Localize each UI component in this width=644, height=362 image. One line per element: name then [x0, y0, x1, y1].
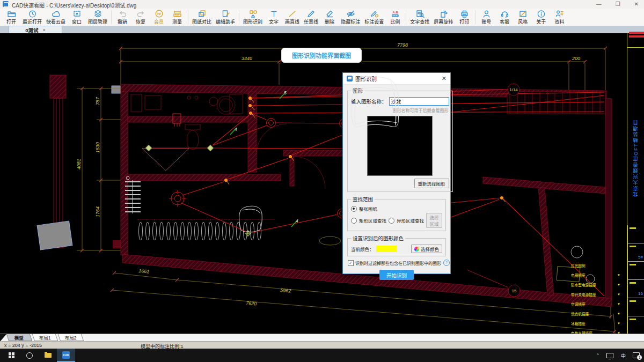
- svg-text:VIP: VIP: [157, 13, 160, 16]
- toolbar-button-compare[interactable]: 图纸对比: [190, 9, 214, 26]
- tab-layout1[interactable]: 布局1: [32, 334, 58, 341]
- toolbar-button-layers[interactable]: 图层管理: [86, 9, 109, 26]
- toolbar-label: 客服: [500, 18, 509, 25]
- tab-model[interactable]: 模型: [6, 334, 32, 341]
- color-wheel-icon: [414, 247, 419, 252]
- toolbar-label: 账号: [481, 18, 491, 25]
- wardrobe-hangers: [137, 219, 275, 240]
- search-button[interactable]: [21, 349, 38, 362]
- toolbar-label: 图形识别: [243, 18, 262, 25]
- toolbar-separator: [111, 10, 112, 24]
- toolbar-button-freehand[interactable]: 任意线: [302, 9, 320, 26]
- folder-icon: [45, 353, 52, 358]
- toolbar-separator: [188, 10, 188, 24]
- toolbar-label: 恢复: [136, 18, 145, 25]
- toolbar-button-vip[interactable]: VIP会员: [150, 9, 168, 26]
- tab-close-icon[interactable]: ×: [43, 27, 46, 33]
- shape-group: 图形 输入图形名称： 图形名称可用于后期查看图形: [347, 87, 453, 192]
- toolbar-button-redo[interactable]: 恢复: [131, 9, 150, 26]
- toolbar-label: 比例: [390, 18, 400, 25]
- toolbar-label: 标注设置: [364, 18, 384, 25]
- svg-text:5: 5: [284, 90, 287, 95]
- legend-symbol-icon: ▼: [617, 274, 620, 277]
- svg-text:7798: 7798: [397, 42, 408, 48]
- toolbar-button-shape-recognition[interactable]: 图形识别: [241, 9, 265, 26]
- pick-color-button[interactable]: 选择颜色: [411, 245, 442, 253]
- filter-checkbox[interactable]: ✓: [348, 260, 354, 266]
- minimize-icon[interactable]: —: [596, 1, 602, 8]
- toolbar-button-undo[interactable]: 撤销: [113, 9, 131, 26]
- toolbar-button-delete[interactable]: 删除: [320, 9, 339, 26]
- window-title: CAD快速看图 - C:\Users\xiezy-a\Desktop\0测试.d…: [12, 1, 136, 9]
- toolbar-button-hide-annotation[interactable]: 隐藏标注: [339, 9, 362, 26]
- titlebar[interactable]: CAD快速看图 - C:\Users\xiezy-a\Desktop\0测试.d…: [0, 0, 644, 9]
- cad-drawing: 7798 3440 200 4081 787 1530 1764 1661 59…: [0, 33, 644, 334]
- toolbar-button-edit-assistant[interactable]: 编辑助手: [214, 9, 237, 26]
- toolbar-label: 会员: [154, 18, 164, 25]
- radio-rect-area[interactable]: [351, 218, 357, 224]
- toolbar-button-about[interactable]: 关于: [532, 9, 550, 26]
- toolbar-button-text[interactable]: 文字: [265, 9, 283, 26]
- shape-recognition-dialog: 图形识别 ✕ 图形 输入图形名称： 图形名称可用于后期查看图形: [342, 72, 451, 274]
- document-tab-active[interactable]: 0测试 ×: [9, 26, 62, 33]
- toolbar-label: 删除: [325, 18, 334, 25]
- start-recognition-button[interactable]: 开始识别: [379, 270, 414, 280]
- toolbar-button-scale[interactable]: A:B比例: [386, 9, 404, 26]
- toolbar-label: 编辑助手: [216, 18, 235, 25]
- svg-text:4: 4: [296, 218, 298, 224]
- toolbar-button-annotation-settings[interactable]: 标注设置: [362, 9, 386, 26]
- toolbar-button-materials[interactable]: 资料: [550, 9, 568, 26]
- toolbar-button-find-text[interactable]: 文字查找: [408, 9, 431, 26]
- network-icon[interactable]: [606, 353, 613, 358]
- close-icon[interactable]: ✕: [634, 1, 639, 8]
- title-block-cell: [627, 298, 644, 316]
- svg-text:A:B: A:B: [392, 11, 398, 14]
- toolbar-button-open[interactable]: 打开: [2, 9, 20, 26]
- radio-irregular-area[interactable]: [389, 218, 394, 224]
- electrical-legend: 灯光图例 电器插座▼ 防水型电源插座▼ 带开关电源插座▼ 空调插座▼ 洗衣机插座…: [571, 261, 620, 338]
- toolbar-button-rotate-screen[interactable]: 屏幕旋转: [431, 9, 455, 26]
- layout-tab-strip: 模型 布局1 布局2: [0, 334, 644, 342]
- title-block-cell: 5#: [627, 243, 644, 262]
- cad-viewport[interactable]: 7798 3440 200 4081 787 1530 1764 1661 59…: [0, 33, 644, 334]
- balloon-labels: 1/14 15: [508, 84, 520, 297]
- radio-whole-drawing[interactable]: [351, 206, 357, 212]
- windows-taskbar: CAD ⌃ 中 1: [0, 349, 644, 362]
- toolbar-button-measure[interactable]: 测量: [168, 9, 186, 26]
- tab-layout2[interactable]: 布局2: [58, 334, 84, 341]
- help-icon[interactable]: ?: [443, 260, 450, 266]
- ime-indicator[interactable]: 中: [620, 352, 626, 359]
- maximize-icon[interactable]: ❐: [616, 1, 620, 8]
- legend-row: 空调插座▼: [571, 299, 620, 309]
- svg-text:7620: 7620: [246, 300, 257, 307]
- toolbar-button-cloud[interactable]: 快看云盘: [44, 9, 68, 26]
- toolbar-button-style[interactable]: 风格: [514, 9, 532, 26]
- toolbar-button-account[interactable]: 账号: [477, 9, 495, 26]
- annotation-tooltip: 图形识别功能界面截图: [281, 48, 362, 63]
- cad-app-taskbar-button[interactable]: CAD: [57, 349, 75, 362]
- dialog-close-icon[interactable]: ✕: [442, 75, 447, 82]
- title-block-cell: 16: [627, 280, 644, 298]
- file-explorer-button[interactable]: [40, 349, 56, 362]
- toolbar-label: 打开: [6, 18, 16, 25]
- windows-logo-icon: [9, 352, 14, 358]
- toolbar-button-support[interactable]: 客服: [495, 9, 514, 26]
- notification-icon[interactable]: 1: [633, 352, 640, 358]
- search-circle-icon: [26, 352, 33, 359]
- toolbar-button-recent[interactable]: 最近打开: [20, 9, 44, 26]
- sheet-border-line-h: [627, 47, 644, 48]
- toolbar-button-window[interactable]: 窗口: [68, 9, 86, 26]
- start-button[interactable]: [3, 349, 19, 362]
- select-area-button[interactable]: 选择区域: [426, 213, 442, 228]
- svg-text:1661: 1661: [138, 268, 150, 275]
- toolbar-button-print[interactable]: 打印: [455, 9, 473, 26]
- legend-row: 防水型电源插座▼: [571, 280, 620, 290]
- legend-symbol-icon: ▼: [617, 293, 620, 296]
- legend-row: 电器插座▼: [571, 270, 620, 280]
- tray-expand-icon[interactable]: ⌃: [596, 353, 600, 358]
- reselect-shape-button[interactable]: 重新选择图形: [414, 179, 449, 188]
- toolbar-button-draw-line[interactable]: 画直线: [283, 9, 302, 26]
- legend-row: 灯光图例: [571, 261, 620, 270]
- result-color-group: 设置识别后的图形颜色 当前颜色： 选择颜色: [347, 234, 446, 256]
- status-bar: x = 204 y = -2015 模型中的标注比例:1: [0, 341, 644, 349]
